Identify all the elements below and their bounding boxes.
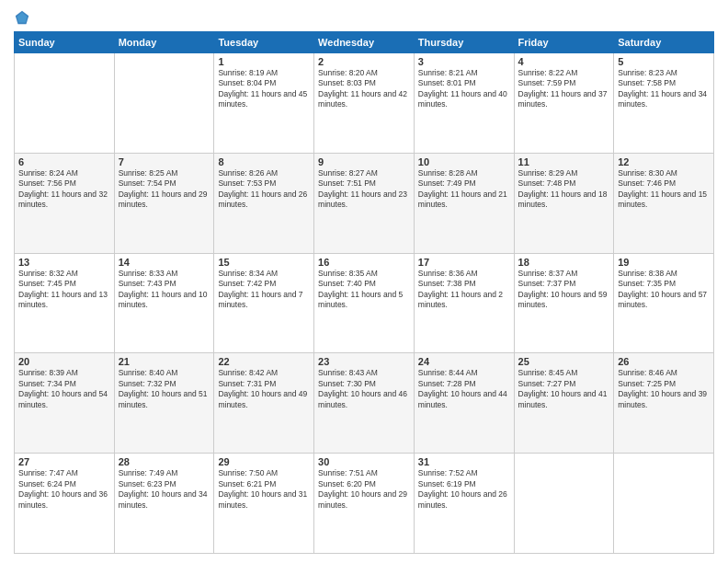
calendar-cell: 27Sunrise: 7:47 AM Sunset: 6:24 PM Dayli… [15,454,115,554]
calendar-day-header: Friday [514,32,614,53]
day-number: 26 [618,356,710,367]
calendar-week-row: 1Sunrise: 8:19 AM Sunset: 8:04 PM Daylig… [15,53,714,154]
cell-content: Sunrise: 8:40 AM Sunset: 7:32 PM Dayligh… [119,368,210,410]
day-number: 3 [418,56,510,67]
calendar-week-row: 13Sunrise: 8:32 AM Sunset: 7:45 PM Dayli… [15,253,714,353]
cell-content: Sunrise: 8:37 AM Sunset: 7:37 PM Dayligh… [518,269,610,311]
calendar-header-row: SundayMondayTuesdayWednesdayThursdayFrid… [15,32,714,53]
calendar-cell [614,454,714,554]
calendar-day-header: Sunday [15,32,115,53]
calendar-day-header: Saturday [614,32,714,53]
day-number: 27 [18,456,110,467]
calendar-cell: 5Sunrise: 8:23 AM Sunset: 7:58 PM Daylig… [614,53,714,154]
day-number: 2 [318,56,410,67]
cell-content: Sunrise: 7:50 AM Sunset: 6:21 PM Dayligh… [218,468,310,511]
day-number: 24 [418,356,510,367]
cell-content: Sunrise: 8:20 AM Sunset: 8:03 PM Dayligh… [318,68,410,110]
cell-content: Sunrise: 8:24 AM Sunset: 7:56 PM Dayligh… [18,168,110,211]
cell-content: Sunrise: 8:29 AM Sunset: 7:48 PM Dayligh… [518,168,610,211]
day-number: 25 [518,356,610,367]
calendar-cell: 18Sunrise: 8:37 AM Sunset: 7:37 PM Dayli… [514,253,614,353]
day-number: 21 [119,356,210,367]
day-number: 6 [18,156,110,167]
day-number: 18 [518,257,610,268]
cell-content: Sunrise: 8:36 AM Sunset: 7:38 PM Dayligh… [418,269,510,311]
day-number: 14 [119,257,210,268]
cell-content: Sunrise: 8:33 AM Sunset: 7:43 PM Dayligh… [119,269,210,311]
calendar-cell: 3Sunrise: 8:21 AM Sunset: 8:01 PM Daylig… [414,53,514,154]
calendar-day-header: Monday [114,32,214,53]
cell-content: Sunrise: 8:21 AM Sunset: 8:01 PM Dayligh… [418,68,510,110]
calendar-cell: 28Sunrise: 7:49 AM Sunset: 6:23 PM Dayli… [114,454,214,554]
cell-content: Sunrise: 8:42 AM Sunset: 7:31 PM Dayligh… [218,368,310,410]
cell-content: Sunrise: 8:25 AM Sunset: 7:54 PM Dayligh… [119,168,210,211]
day-number: 9 [318,156,410,167]
calendar-cell [514,454,614,554]
day-number: 23 [318,356,410,367]
day-number: 13 [18,257,110,268]
logo-icon [14,9,30,26]
calendar-cell: 15Sunrise: 8:34 AM Sunset: 7:42 PM Dayli… [214,253,314,353]
day-number: 11 [518,156,610,167]
cell-content: Sunrise: 8:38 AM Sunset: 7:35 PM Dayligh… [618,269,710,311]
calendar-cell: 4Sunrise: 8:22 AM Sunset: 7:59 PM Daylig… [514,53,614,154]
cell-content: Sunrise: 8:32 AM Sunset: 7:45 PM Dayligh… [18,269,110,311]
calendar-cell: 11Sunrise: 8:29 AM Sunset: 7:48 PM Dayli… [514,153,614,253]
cell-content: Sunrise: 8:22 AM Sunset: 7:59 PM Dayligh… [518,68,610,110]
day-number: 22 [218,356,310,367]
calendar-cell: 9Sunrise: 8:27 AM Sunset: 7:51 PM Daylig… [314,153,415,253]
day-number: 15 [218,257,310,268]
calendar-cell: 2Sunrise: 8:20 AM Sunset: 8:03 PM Daylig… [314,53,415,154]
day-number: 30 [318,456,410,467]
day-number: 29 [218,456,310,467]
calendar-cell: 1Sunrise: 8:19 AM Sunset: 8:04 PM Daylig… [214,53,314,154]
logo [14,9,32,26]
calendar-cell: 12Sunrise: 8:30 AM Sunset: 7:46 PM Dayli… [614,153,714,253]
day-number: 4 [518,56,610,67]
calendar-cell: 14Sunrise: 8:33 AM Sunset: 7:43 PM Dayli… [114,253,214,353]
cell-content: Sunrise: 8:23 AM Sunset: 7:58 PM Dayligh… [618,68,710,110]
cell-content: Sunrise: 7:49 AM Sunset: 6:23 PM Dayligh… [119,468,210,511]
calendar-cell: 23Sunrise: 8:43 AM Sunset: 7:30 PM Dayli… [314,353,415,454]
calendar-cell: 25Sunrise: 8:45 AM Sunset: 7:27 PM Dayli… [514,353,614,454]
calendar-cell: 22Sunrise: 8:42 AM Sunset: 7:31 PM Dayli… [214,353,314,454]
day-number: 28 [119,456,210,467]
cell-content: Sunrise: 8:35 AM Sunset: 7:40 PM Dayligh… [318,269,410,311]
cell-content: Sunrise: 8:27 AM Sunset: 7:51 PM Dayligh… [318,168,410,211]
cell-content: Sunrise: 7:47 AM Sunset: 6:24 PM Dayligh… [18,468,110,511]
cell-content: Sunrise: 8:19 AM Sunset: 8:04 PM Dayligh… [218,68,310,110]
day-number: 12 [618,156,710,167]
calendar-cell: 31Sunrise: 7:52 AM Sunset: 6:19 PM Dayli… [414,454,514,554]
calendar-cell: 21Sunrise: 8:40 AM Sunset: 7:32 PM Dayli… [114,353,214,454]
page: SundayMondayTuesdayWednesdayThursdayFrid… [0,0,728,563]
day-number: 17 [418,257,510,268]
calendar-cell: 30Sunrise: 7:51 AM Sunset: 6:20 PM Dayli… [314,454,415,554]
calendar-week-row: 27Sunrise: 7:47 AM Sunset: 6:24 PM Dayli… [15,454,714,554]
calendar-cell [15,53,115,154]
calendar-cell: 6Sunrise: 8:24 AM Sunset: 7:56 PM Daylig… [15,153,115,253]
cell-content: Sunrise: 8:28 AM Sunset: 7:49 PM Dayligh… [418,168,510,211]
day-number: 19 [618,257,710,268]
calendar-cell: 8Sunrise: 8:26 AM Sunset: 7:53 PM Daylig… [214,153,314,253]
calendar-cell: 26Sunrise: 8:46 AM Sunset: 7:25 PM Dayli… [614,353,714,454]
calendar-week-row: 20Sunrise: 8:39 AM Sunset: 7:34 PM Dayli… [15,353,714,454]
calendar-day-header: Thursday [414,32,514,53]
day-number: 1 [218,56,310,67]
calendar-cell: 17Sunrise: 8:36 AM Sunset: 7:38 PM Dayli… [414,253,514,353]
cell-content: Sunrise: 8:44 AM Sunset: 7:28 PM Dayligh… [418,368,510,410]
cell-content: Sunrise: 8:30 AM Sunset: 7:46 PM Dayligh… [618,168,710,211]
cell-content: Sunrise: 8:45 AM Sunset: 7:27 PM Dayligh… [518,368,610,410]
day-number: 8 [218,156,310,167]
cell-content: Sunrise: 8:39 AM Sunset: 7:34 PM Dayligh… [18,368,110,410]
calendar-cell [114,53,214,154]
cell-content: Sunrise: 8:43 AM Sunset: 7:30 PM Dayligh… [318,368,410,410]
calendar-cell: 13Sunrise: 8:32 AM Sunset: 7:45 PM Dayli… [15,253,115,353]
calendar-cell: 20Sunrise: 8:39 AM Sunset: 7:34 PM Dayli… [15,353,115,454]
day-number: 5 [618,56,710,67]
day-number: 16 [318,257,410,268]
day-number: 10 [418,156,510,167]
cell-content: Sunrise: 7:51 AM Sunset: 6:20 PM Dayligh… [318,468,410,511]
cell-content: Sunrise: 7:52 AM Sunset: 6:19 PM Dayligh… [418,468,510,511]
calendar-cell: 24Sunrise: 8:44 AM Sunset: 7:28 PM Dayli… [414,353,514,454]
day-number: 20 [18,356,110,367]
